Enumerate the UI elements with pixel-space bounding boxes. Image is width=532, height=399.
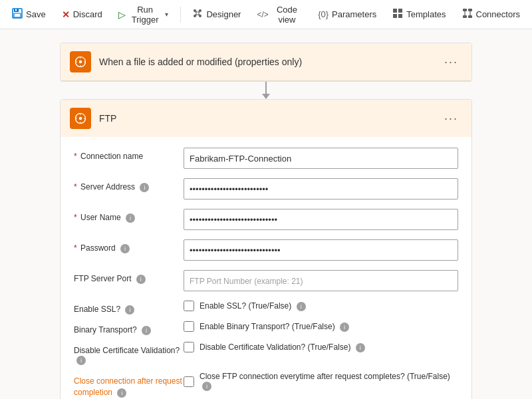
server-address-row: * Server Address i — [74, 178, 458, 200]
server-address-info-icon[interactable]: i — [140, 183, 149, 192]
trigger-step-title: When a file is added or modified (proper… — [99, 57, 440, 67]
ftp-port-row: FTP Server Port i — [74, 270, 458, 291]
ftp-step-header: FTP ··· — [61, 100, 471, 137]
enable-ssl-cb-info-icon[interactable]: i — [297, 302, 306, 311]
password-info-icon[interactable]: i — [120, 244, 130, 253]
trigger-step-card: When a file is added or modified (proper… — [60, 43, 472, 82]
svg-rect-16 — [463, 9, 467, 11]
designer-button[interactable]: Designer — [186, 4, 247, 25]
binary-transport-checkbox[interactable] — [184, 321, 194, 332]
enable-ssl-row: Enable SSL? i Enable SSL? (True/False) i — [74, 301, 458, 315]
enable-ssl-info-icon[interactable]: i — [125, 305, 134, 315]
discard-button[interactable]: ✕ Discard — [55, 5, 109, 24]
ftp-port-label: FTP Server Port i — [74, 270, 184, 284]
binary-transport-cb-info-icon[interactable]: i — [340, 323, 349, 332]
disable-cert-info-icon[interactable]: i — [76, 356, 86, 365]
trigger-step-more-button[interactable]: ··· — [440, 54, 462, 70]
svg-point-6 — [194, 15, 196, 17]
close-connection-row: Close connection after request completio… — [74, 372, 458, 398]
enable-ssl-label: Enable SSL? i — [74, 301, 184, 315]
close-connection-info-icon[interactable]: i — [117, 388, 126, 398]
arrow-connector — [262, 82, 270, 99]
trigger-step-icon — [70, 51, 91, 72]
run-icon: ▷ — [118, 9, 126, 20]
password-row: * Password i — [74, 239, 458, 261]
ftp-step-title: FTP — [99, 113, 440, 124]
svg-point-7 — [199, 15, 201, 17]
svg-rect-13 — [398, 9, 402, 13]
run-trigger-label: Run Trigger — [128, 5, 162, 25]
ftp-port-info-icon[interactable]: i — [136, 275, 146, 284]
connection-name-label: * Connection name — [74, 148, 184, 161]
enable-ssl-checkbox-label: Enable SSL? (True/False) i — [200, 301, 306, 311]
ftp-step-more-button[interactable]: ··· — [440, 110, 462, 127]
disable-cert-checkbox-label: Disable Certificate Validation? (True/Fa… — [200, 342, 365, 352]
enable-ssl-checkbox[interactable] — [184, 301, 194, 311]
save-icon — [12, 8, 23, 21]
svg-rect-14 — [393, 14, 397, 18]
toolbar: Save ✕ Discard ▷ Run Trigger ▾ Designer … — [0, 0, 532, 29]
connection-name-input[interactable] — [184, 148, 458, 169]
save-button[interactable]: Save — [5, 4, 53, 25]
svg-rect-15 — [398, 14, 402, 18]
arrow-line — [265, 82, 267, 94]
templates-button[interactable]: Templates — [386, 4, 452, 25]
password-input[interactable] — [184, 239, 458, 261]
close-connection-checkbox[interactable] — [184, 376, 194, 387]
connectors-label: Connectors — [476, 9, 520, 19]
binary-transport-label: Binary Transport? i — [74, 321, 184, 335]
user-name-info-icon[interactable]: i — [126, 213, 135, 223]
svg-rect-2 — [14, 13, 21, 17]
ftp-step-icon — [70, 108, 91, 129]
close-connection-cb-info-icon[interactable]: i — [202, 382, 211, 391]
binary-transport-info-icon[interactable]: i — [142, 326, 151, 335]
svg-point-5 — [199, 9, 201, 12]
code-view-label: Code view — [272, 5, 302, 25]
trigger-step-header: When a file is added or modified (proper… — [61, 43, 471, 81]
svg-rect-12 — [393, 9, 397, 13]
divider-1 — [180, 7, 181, 23]
run-trigger-chevron: ▾ — [165, 11, 168, 18]
svg-rect-3 — [15, 9, 17, 11]
close-connection-checkbox-label: Close FTP connection everytime after req… — [200, 372, 458, 391]
svg-point-4 — [194, 9, 196, 12]
connectors-icon — [462, 8, 473, 21]
binary-transport-checkbox-label: Enable Binary Transport? (True/False) i — [200, 322, 349, 332]
designer-icon — [192, 8, 203, 21]
code-icon: </> — [257, 10, 268, 19]
templates-label: Templates — [406, 9, 446, 19]
password-label: * Password i — [74, 239, 184, 253]
canvas: When a file is added or modified (proper… — [0, 29, 532, 399]
binary-transport-row: Binary Transport? i Enable Binary Transp… — [74, 321, 458, 335]
parameters-label: Parameters — [332, 9, 376, 19]
server-address-label: * Server Address i — [74, 178, 184, 192]
arrow-head — [262, 94, 270, 99]
close-connection-label: Close connection after request completio… — [74, 372, 184, 398]
parameters-icon: {0} — [318, 9, 329, 19]
code-view-button[interactable]: </> Code view — [250, 1, 309, 29]
discard-label: Discard — [73, 9, 102, 19]
svg-rect-17 — [468, 9, 472, 11]
user-name-label: * User Name i — [74, 209, 184, 223]
connection-name-row: * Connection name — [74, 148, 458, 169]
connectors-button[interactable]: Connectors — [456, 4, 527, 25]
svg-point-23 — [79, 61, 82, 64]
ftp-form: * Connection name * Server Address i — [61, 137, 471, 399]
run-trigger-button[interactable]: ▷ Run Trigger ▾ — [112, 1, 175, 29]
parameters-button[interactable]: {0} Parameters — [311, 5, 383, 23]
templates-icon — [392, 8, 403, 21]
user-name-row: * User Name i — [74, 209, 458, 230]
save-label: Save — [26, 9, 46, 19]
disable-cert-row: Disable Certificate Validation? i Disabl… — [74, 342, 458, 365]
ftp-port-input[interactable] — [184, 270, 458, 291]
disable-cert-checkbox[interactable] — [184, 342, 194, 352]
ftp-step-card: FTP ··· * Connection name * Server Addre… — [60, 99, 472, 399]
server-address-input[interactable] — [184, 178, 458, 200]
disable-cert-label: Disable Certificate Validation? i — [74, 342, 184, 365]
designer-label: Designer — [206, 9, 241, 19]
svg-point-29 — [79, 117, 82, 120]
discard-icon: ✕ — [62, 9, 70, 20]
user-name-input[interactable] — [184, 209, 458, 230]
disable-cert-cb-info-icon[interactable]: i — [356, 343, 365, 352]
